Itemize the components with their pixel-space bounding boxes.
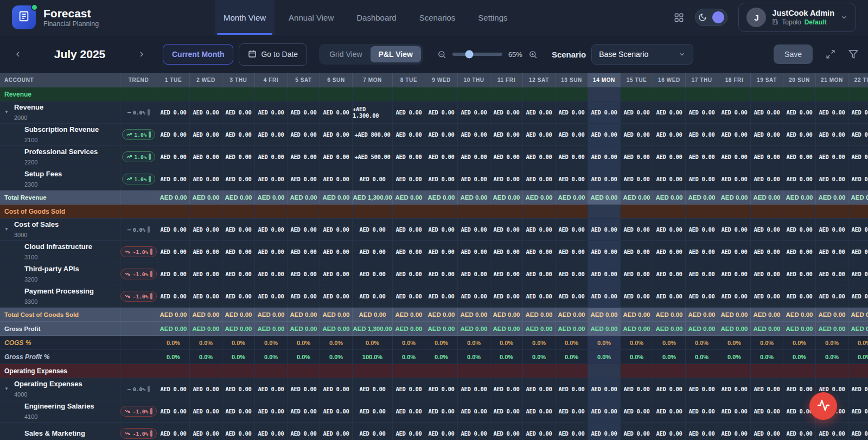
grid-cell[interactable] bbox=[222, 87, 255, 101]
pl-view-tab[interactable]: P&L View bbox=[371, 46, 421, 62]
grid-cell[interactable] bbox=[353, 205, 393, 219]
grid-cell[interactable]: AED 0.00 bbox=[393, 285, 425, 308]
grid-cell[interactable]: +AED 800.00 bbox=[353, 124, 393, 146]
grid-cell[interactable] bbox=[490, 205, 523, 219]
grid-cell[interactable]: AED 0.00 bbox=[157, 263, 190, 285]
grid-cell[interactable]: AED 0.00 bbox=[157, 241, 190, 263]
grid-cell[interactable]: AED 0.00 bbox=[190, 285, 222, 308]
grid-cell[interactable]: AED 0.00 bbox=[353, 263, 393, 285]
grid-cell[interactable] bbox=[320, 364, 353, 378]
grid-cell[interactable]: AED 0.00 bbox=[425, 308, 458, 322]
grid-cell[interactable]: AED 0.00 bbox=[556, 101, 588, 124]
grid-cell[interactable] bbox=[490, 364, 523, 378]
grid-cell[interactable]: AED 0.00 bbox=[190, 378, 222, 400]
grid-cell[interactable]: AED 0.00 bbox=[783, 101, 816, 124]
grid-cell[interactable]: AED 0.00 bbox=[353, 378, 393, 400]
tab-month-view[interactable]: Month View bbox=[215, 0, 275, 35]
grid-cell[interactable]: AED 0.00 bbox=[621, 378, 653, 400]
collapse-icon[interactable]: ▼ bbox=[4, 386, 9, 391]
theme-toggle[interactable] bbox=[695, 9, 727, 26]
grid-cell[interactable]: AED 0.00 bbox=[425, 219, 458, 241]
grid-cell[interactable]: AED 0.00 bbox=[848, 308, 868, 322]
grid-cell[interactable]: AED 0.00 bbox=[320, 219, 353, 241]
grid-cell[interactable] bbox=[353, 87, 393, 101]
grid-cell[interactable]: AED 0.00 bbox=[848, 423, 868, 440]
grid-cell[interactable]: AED 0.00 bbox=[320, 400, 353, 423]
day-column-header[interactable]: 22 TUE bbox=[848, 73, 868, 87]
grid-cell[interactable]: AED 0.00 bbox=[288, 190, 320, 205]
grid-cell[interactable]: 0.0% bbox=[222, 336, 255, 350]
grid-cell[interactable]: AED 0.00 bbox=[556, 285, 588, 308]
grid-cell[interactable]: AED 0.00 bbox=[686, 423, 718, 440]
grid-cell[interactable]: AED 0.00 bbox=[353, 168, 393, 190]
grid-cell[interactable]: AED 0.00 bbox=[848, 322, 868, 336]
grid-cell[interactable]: AED 0.00 bbox=[556, 378, 588, 400]
next-month-button[interactable] bbox=[133, 46, 150, 62]
grid-cell[interactable]: AED 0.00 bbox=[783, 190, 816, 205]
grid-cell[interactable]: AED 0.00 bbox=[523, 219, 556, 241]
grid-cell[interactable]: AED 0.00 bbox=[556, 263, 588, 285]
grid-cell[interactable]: AED 0.00 bbox=[556, 423, 588, 440]
grid-cell[interactable] bbox=[353, 364, 393, 378]
grid-cell[interactable] bbox=[393, 87, 425, 101]
grid-cell[interactable]: AED 0.00 bbox=[718, 190, 751, 205]
apps-grid-icon[interactable] bbox=[674, 12, 684, 23]
grid-cell[interactable]: AED 0.00 bbox=[425, 146, 458, 168]
grid-cell[interactable]: AED 0.00 bbox=[222, 423, 255, 440]
grid-cell[interactable] bbox=[621, 205, 653, 219]
grid-cell[interactable]: AED 0.00 bbox=[686, 168, 718, 190]
grid-cell[interactable] bbox=[255, 87, 288, 101]
collapse-icon[interactable]: ▼ bbox=[4, 227, 9, 232]
grid-cell[interactable]: AED 0.00 bbox=[190, 124, 222, 146]
grid-cell[interactable]: AED 0.00 bbox=[848, 400, 868, 423]
grid-cell[interactable]: AED 0.00 bbox=[686, 308, 718, 322]
grid-cell[interactable] bbox=[621, 87, 653, 101]
grid-cell[interactable]: AED 0.00 bbox=[686, 322, 718, 336]
grid-cell[interactable]: AED 0.00 bbox=[523, 322, 556, 336]
grid-cell[interactable]: AED 0.00 bbox=[458, 168, 490, 190]
grid-cell[interactable]: AED 0.00 bbox=[686, 219, 718, 241]
grid-cell[interactable]: AED 0.00 bbox=[288, 378, 320, 400]
grid-cell[interactable] bbox=[686, 364, 718, 378]
grid-cell[interactable]: AED 0.00 bbox=[190, 322, 222, 336]
grid-cell[interactable]: AED 0.00 bbox=[190, 168, 222, 190]
grid-cell[interactable]: AED 0.00 bbox=[556, 241, 588, 263]
grid-cell[interactable] bbox=[556, 87, 588, 101]
zoom-slider-knob[interactable] bbox=[465, 50, 474, 59]
grid-cell[interactable]: AED 0.00 bbox=[848, 285, 868, 308]
grid-cell[interactable]: AED 0.00 bbox=[783, 322, 816, 336]
grid-cell[interactable]: AED 0.00 bbox=[393, 400, 425, 423]
day-column-header[interactable]: 20 SUN bbox=[783, 73, 816, 87]
account-cell[interactable]: Cloud Infrastructure3100 bbox=[0, 241, 120, 263]
grid-cell[interactable]: AED 0.00 bbox=[686, 400, 718, 423]
grid-cell[interactable] bbox=[816, 87, 848, 101]
grid-cell[interactable]: AED 0.00 bbox=[686, 285, 718, 308]
grid-cell[interactable]: AED 0.00 bbox=[751, 146, 783, 168]
grid-cell[interactable]: AED 0.00 bbox=[490, 124, 523, 146]
grid-cell[interactable]: AED 0.00 bbox=[816, 190, 848, 205]
grid-cell[interactable]: 0.0% bbox=[848, 350, 868, 364]
grid-cell[interactable]: AED 0.00 bbox=[621, 308, 653, 322]
grid-cell[interactable]: 0.0% bbox=[353, 336, 393, 350]
grid-cell[interactable]: AED 0.00 bbox=[718, 146, 751, 168]
grid-cell[interactable]: AED 0.00 bbox=[621, 400, 653, 423]
day-column-header[interactable]: 12 SAT bbox=[523, 73, 556, 87]
grid-cell[interactable]: 0.0% bbox=[255, 350, 288, 364]
grid-cell[interactable]: AED 0.00 bbox=[621, 322, 653, 336]
grid-cell[interactable]: AED 0.00 bbox=[490, 146, 523, 168]
save-button[interactable]: Save bbox=[774, 44, 813, 64]
grid-cell[interactable]: AED 0.00 bbox=[718, 400, 751, 423]
grid-cell[interactable]: AED 0.00 bbox=[588, 190, 621, 205]
grid-cell[interactable]: AED 0.00 bbox=[490, 378, 523, 400]
grid-cell[interactable]: AED 0.00 bbox=[848, 263, 868, 285]
grid-cell[interactable]: AED 0.00 bbox=[288, 241, 320, 263]
grid-cell[interactable]: AED 0.00 bbox=[190, 219, 222, 241]
day-column-header[interactable]: 13 SUN bbox=[556, 73, 588, 87]
grid-cell[interactable]: AED 0.00 bbox=[353, 241, 393, 263]
grid-cell[interactable]: AED 0.00 bbox=[718, 308, 751, 322]
day-column-header[interactable]: 14 MON bbox=[588, 73, 621, 87]
grid-cell[interactable]: AED 0.00 bbox=[190, 101, 222, 124]
grid-cell[interactable]: AED 0.00 bbox=[157, 124, 190, 146]
grid-cell[interactable]: AED 0.00 bbox=[751, 322, 783, 336]
grid-cell[interactable]: AED 0.00 bbox=[458, 400, 490, 423]
